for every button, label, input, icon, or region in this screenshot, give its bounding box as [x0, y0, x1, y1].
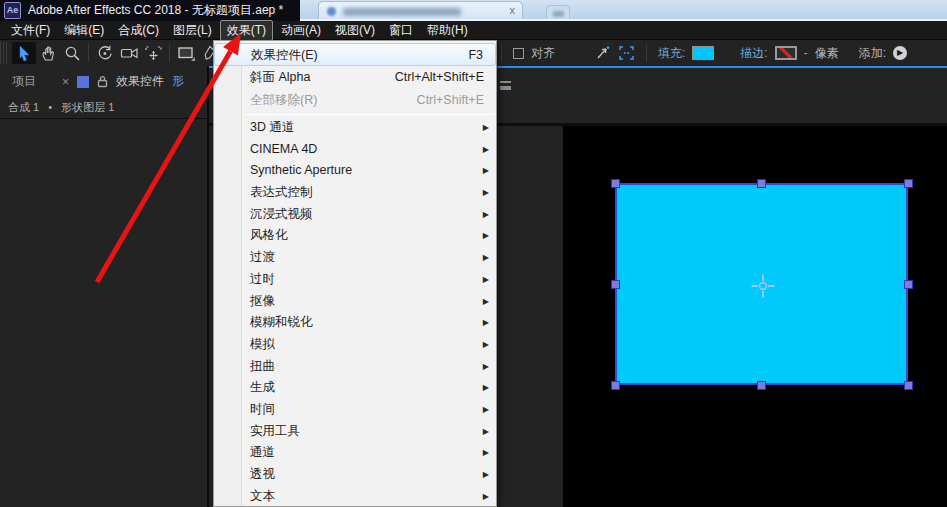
zoom-tool-button[interactable]	[60, 42, 84, 64]
menubar-item[interactable]: 视图(V)	[329, 21, 381, 40]
effect-category-item[interactable]: 模糊和锐化▶	[214, 312, 496, 334]
menubar-item[interactable]: 效果(T)	[220, 20, 273, 41]
effect-category-item[interactable]: 模拟▶	[214, 334, 496, 356]
menubar-item[interactable]: 动画(A)	[275, 21, 327, 40]
align-checkbox[interactable]	[513, 48, 524, 59]
rotation-tool-button[interactable]	[93, 42, 117, 64]
after-effects-window: Ae Adobe After Effects CC 2018 - 无标题项目.a…	[0, 0, 947, 507]
selection-handle-bottom-center[interactable]	[757, 381, 766, 390]
selection-handle-top-center[interactable]	[757, 179, 766, 188]
rectangle-tool-button[interactable]	[174, 42, 198, 64]
tab-layer-name[interactable]: 形	[172, 73, 184, 90]
anchor-point-icon[interactable]	[750, 273, 776, 299]
effect-category-item[interactable]: Synthetic Aperture▶	[214, 160, 496, 182]
menu-item-label: 效果控件(E)	[251, 48, 318, 62]
stroke-width-value[interactable]: -	[804, 46, 808, 60]
effect-dropdown-menu: ✓ 效果控件(E) F3 斜面 Alpha Ctrl+Alt+Shift+E 全…	[213, 40, 497, 507]
lock-icon[interactable]	[97, 75, 108, 88]
browser-tab-close-icon[interactable]: x	[510, 4, 516, 16]
toolbar-separator	[88, 44, 89, 62]
menubar-item[interactable]: 窗口	[383, 21, 419, 40]
submenu-arrow-icon: ▶	[483, 377, 489, 399]
stroke-color-swatch[interactable]	[775, 46, 797, 60]
selection-handle-mid-right[interactable]	[904, 280, 913, 289]
effect-category-item[interactable]: 生成▶	[214, 377, 496, 399]
menu-item-label: 通道	[250, 445, 275, 459]
effect-category-item[interactable]: 透视▶	[214, 464, 496, 486]
menu-item-label: 模拟	[250, 337, 275, 351]
menubar-item[interactable]: 合成(C)	[112, 21, 165, 40]
pan-behind-icon	[144, 45, 163, 62]
effect-category-item[interactable]: 风格化▶	[214, 225, 496, 247]
menubar-item[interactable]: 帮助(H)	[421, 21, 474, 40]
menubar-item[interactable]: 图层(L)	[167, 21, 218, 40]
submenu-arrow-icon: ▶	[483, 356, 489, 378]
hand-tool-button[interactable]	[36, 42, 60, 64]
menu-item-label: 抠像	[250, 294, 275, 308]
submenu-arrow-icon: ▶	[483, 421, 489, 443]
selection-handle-mid-left[interactable]	[611, 280, 620, 289]
panel-drag-icon[interactable]	[77, 76, 89, 88]
effect-category-item[interactable]: 抠像▶	[214, 291, 496, 313]
camera-tool-button[interactable]	[117, 42, 141, 64]
menu-item-shortcut: F3	[468, 44, 483, 67]
menu-item-label: 表达式控制	[250, 185, 313, 199]
submenu-arrow-icon: ▶	[483, 160, 489, 182]
effect-category-item[interactable]: 通道▶	[214, 442, 496, 464]
stroke-label[interactable]: 描边:	[740, 45, 767, 62]
effect-category-item[interactable]: 3D 通道▶	[214, 117, 496, 139]
effect-category-item[interactable]: 实用工具▶	[214, 421, 496, 443]
menu-item-label: 生成	[250, 380, 275, 394]
toolbar-separator	[646, 44, 647, 62]
effect-category-item[interactable]: 表达式控制▶	[214, 182, 496, 204]
menu-item-label: 风格化	[250, 228, 288, 242]
selection-handle-bottom-left[interactable]	[611, 381, 620, 390]
title-bar: Ae Adobe After Effects CC 2018 - 无标题项目.a…	[0, 0, 947, 21]
selection-handle-top-right[interactable]	[904, 179, 913, 188]
effect-category-item[interactable]: CINEMA 4D▶	[214, 139, 496, 161]
breadcrumb-layer[interactable]: 形状图层 1	[61, 101, 114, 113]
tab-effect-controls[interactable]: 效果控件	[116, 73, 164, 90]
menu-item-label: CINEMA 4D	[250, 142, 317, 156]
breadcrumb: 合成 1 • 形状图层 1	[0, 95, 207, 119]
menu-item-bevel-alpha[interactable]: 斜面 Alpha Ctrl+Alt+Shift+E	[214, 66, 496, 89]
effect-category-item[interactable]: 时间▶	[214, 399, 496, 421]
fill-label[interactable]: 填充:	[658, 45, 685, 62]
selection-tool-button[interactable]	[12, 42, 36, 64]
menubar-item[interactable]: 编辑(E)	[58, 21, 110, 40]
selection-handle-bottom-right[interactable]	[904, 381, 913, 390]
panel-grip[interactable]	[0, 42, 9, 64]
menu-item-effect-controls[interactable]: ✓ 效果控件(E) F3	[214, 43, 496, 66]
effect-category-item[interactable]: 沉浸式视频▶	[214, 204, 496, 226]
tab-project[interactable]: 项目	[12, 73, 36, 90]
menu-separator	[244, 114, 494, 115]
background-browser-tab[interactable]: x	[318, 1, 523, 21]
menu-item-label: 模糊和锐化	[250, 315, 313, 329]
menu-item-label: 文本	[250, 489, 275, 503]
ae-app-icon: Ae	[4, 2, 21, 19]
effect-category-item[interactable]: 过时▶	[214, 269, 496, 291]
checkmark-icon: ✓	[223, 44, 234, 67]
pan-behind-tool-button[interactable]	[141, 42, 165, 64]
camera-icon	[120, 45, 139, 61]
pixels-label: 像素	[815, 45, 839, 62]
fill-color-swatch[interactable]	[692, 46, 714, 60]
align-label[interactable]: 对齐	[531, 45, 555, 62]
effect-category-item[interactable]: 扭曲▶	[214, 356, 496, 378]
menu-item-remove-all: 全部移除(R) Ctrl+Shift+E	[214, 89, 496, 112]
hand-icon	[40, 45, 57, 62]
effect-category-item[interactable]: 过渡▶	[214, 247, 496, 269]
add-flyout-icon[interactable]: ▶	[893, 46, 907, 60]
effect-category-item[interactable]: 文本▶	[214, 486, 496, 507]
breadcrumb-comp[interactable]: 合成 1	[8, 101, 39, 113]
toolbar-right-group: 对齐 填充: 描边: - 像素 添加: ▶	[497, 40, 907, 66]
selection-handle-top-left[interactable]	[611, 179, 620, 188]
target-brackets-icon[interactable]	[618, 45, 635, 61]
effect-category-list: 3D 通道▶CINEMA 4D▶Synthetic Aperture▶表达式控制…	[214, 117, 496, 507]
menubar-item[interactable]: 文件(F)	[5, 21, 56, 40]
tab-close-icon[interactable]: ×	[62, 75, 69, 89]
panel-menu-icon[interactable]	[500, 81, 511, 90]
snap-cursor-icon[interactable]	[595, 45, 611, 61]
menu-item-label: 沉浸式视频	[250, 207, 313, 221]
submenu-arrow-icon: ▶	[483, 182, 489, 204]
